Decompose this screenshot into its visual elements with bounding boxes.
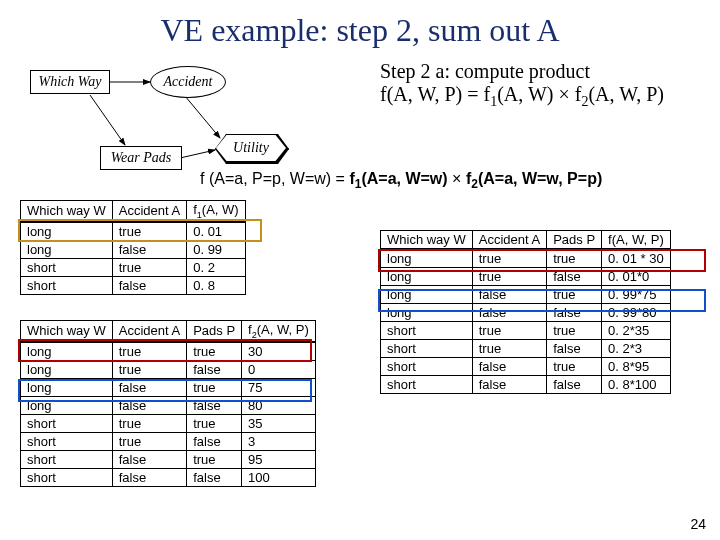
node-utility: Utility: [216, 135, 286, 161]
table-row: longtruefalse0: [21, 360, 316, 378]
table-row: longtruefalse0. 01*0: [381, 268, 671, 286]
col-header: f1(A, W): [187, 201, 246, 222]
equation-line: f (A=a, P=p, W=w) = f1(A=a, W=w) × f2(A=…: [200, 170, 700, 191]
col-header: Accident A: [112, 201, 186, 222]
table-row: Which way W Accident A f1(A, W): [21, 201, 246, 222]
table-row: shortfalse0. 8: [21, 276, 246, 294]
step-line2a: f(A, W, P) = f: [380, 83, 490, 105]
step-line2c: (A, W, P): [588, 83, 664, 105]
col-header: f2(A, W, P): [242, 321, 316, 342]
table-row: shorttruetrue35: [21, 414, 316, 432]
table-row: Which way W Accident A Pads P f(A, W, P): [381, 231, 671, 250]
col-header: Pads P: [187, 321, 242, 342]
col-header: Which way W: [21, 201, 113, 222]
col-header: Pads P: [547, 231, 602, 250]
table-row: longtrue0. 01: [21, 222, 246, 241]
table-row: longfalsetrue75: [21, 378, 316, 396]
table-row: longfalse0. 99: [21, 240, 246, 258]
node-accident: Accident: [150, 66, 226, 98]
step-line2b: (A, W) × f: [497, 83, 581, 105]
svg-line-1: [90, 95, 125, 145]
node-which-way: Which Way: [30, 70, 110, 94]
table-row: Which way W Accident A Pads P f2(A, W, P…: [21, 321, 316, 342]
table-row: shorttruetrue0. 2*35: [381, 322, 671, 340]
table-row: shorttrue0. 2: [21, 258, 246, 276]
table-row: shorttruefalse0. 2*3: [381, 340, 671, 358]
svg-line-2: [185, 96, 220, 138]
table-row: shortfalsefalse100: [21, 468, 316, 486]
eq-lhs: f (A=a, P=p, W=w) =: [200, 170, 349, 187]
table-f-product: Which way W Accident A Pads P f(A, W, P)…: [380, 230, 671, 394]
svg-line-3: [180, 150, 215, 158]
col-header: Accident A: [472, 231, 546, 250]
node-wear-pads: Wear Pads: [100, 146, 182, 170]
col-header: f(A, W, P): [602, 231, 671, 250]
col-header: Accident A: [112, 321, 186, 342]
table-row: shorttruefalse3: [21, 432, 316, 450]
table-row: longtruetrue30: [21, 342, 316, 361]
slide-title: VE example: step 2, sum out A: [0, 0, 720, 57]
col-header: Which way W: [21, 321, 113, 342]
table-row: longfalsefalse80: [21, 396, 316, 414]
eq-r2b: (A=a, W=w, P=p): [478, 170, 602, 187]
table-row: shortfalsetrue0. 8*95: [381, 358, 671, 376]
table-row: longtruetrue0. 01 * 30: [381, 249, 671, 268]
table-f1: Which way W Accident A f1(A, W) longtrue…: [20, 200, 246, 295]
col-header: Which way W: [381, 231, 473, 250]
eq-r1b: (A=a, W=w): [361, 170, 447, 187]
table-row: shortfalsetrue95: [21, 450, 316, 468]
eq-mul: ×: [452, 170, 466, 187]
table-row: shortfalsefalse0. 8*100: [381, 376, 671, 394]
table-row: longfalsetrue0. 99*75: [381, 286, 671, 304]
table-row: longfalsefalse0. 99*80: [381, 304, 671, 322]
eq-r2-sub: 2: [471, 177, 478, 191]
step-description: Step 2 a: compute product f(A, W, P) = f…: [380, 60, 710, 110]
page-number: 24: [690, 516, 706, 532]
step-line1: Step 2 a: compute product: [380, 60, 590, 82]
table-f2: Which way W Accident A Pads P f2(A, W, P…: [20, 320, 316, 487]
